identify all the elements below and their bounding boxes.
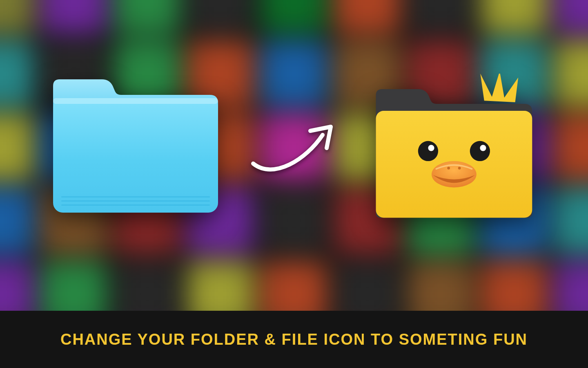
default-folder-icon xyxy=(45,74,225,221)
bg-swatch xyxy=(555,0,588,34)
duck-folder-icon xyxy=(363,74,543,221)
svg-rect-1 xyxy=(53,98,218,104)
svg-point-12 xyxy=(458,167,461,170)
bg-swatch xyxy=(261,0,327,34)
bg-swatch xyxy=(187,0,254,34)
svg-point-6 xyxy=(418,141,438,161)
caption-bar: CHANGE YOUR FOLDER & FILE ICON TO SOMETI… xyxy=(0,311,588,368)
bg-swatch xyxy=(41,0,107,34)
transform-arrow xyxy=(249,110,339,184)
blue-folder-icon xyxy=(45,74,225,221)
bg-swatch xyxy=(334,0,401,34)
svg-rect-3 xyxy=(61,200,210,202)
bg-swatch xyxy=(114,0,180,34)
svg-rect-4 xyxy=(61,204,210,206)
svg-point-8 xyxy=(470,141,490,161)
svg-point-7 xyxy=(428,145,434,151)
arrow-icon xyxy=(249,110,339,184)
svg-point-11 xyxy=(447,167,450,170)
bg-swatch xyxy=(408,0,474,34)
promo-stage: CHANGE YOUR FOLDER & FILE ICON TO SOMETI… xyxy=(0,0,588,368)
caption-text: CHANGE YOUR FOLDER & FILE ICON TO SOMETI… xyxy=(60,331,528,348)
hero-row xyxy=(0,61,588,233)
svg-rect-0 xyxy=(53,98,218,213)
svg-point-9 xyxy=(480,145,486,151)
svg-rect-2 xyxy=(61,196,210,197)
bg-swatch xyxy=(481,0,547,34)
bg-swatch xyxy=(0,0,33,34)
custom-folder-icon xyxy=(363,74,543,221)
